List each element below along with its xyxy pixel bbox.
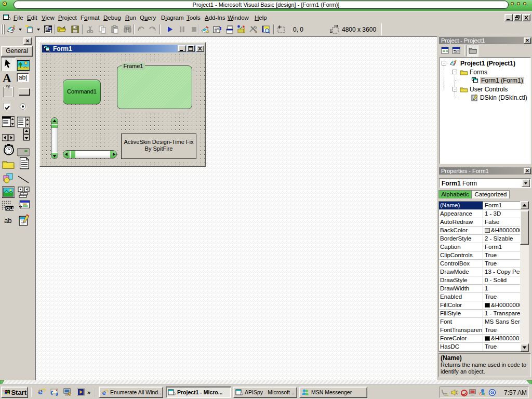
svg-text:OLE: OLE [6, 206, 14, 211]
